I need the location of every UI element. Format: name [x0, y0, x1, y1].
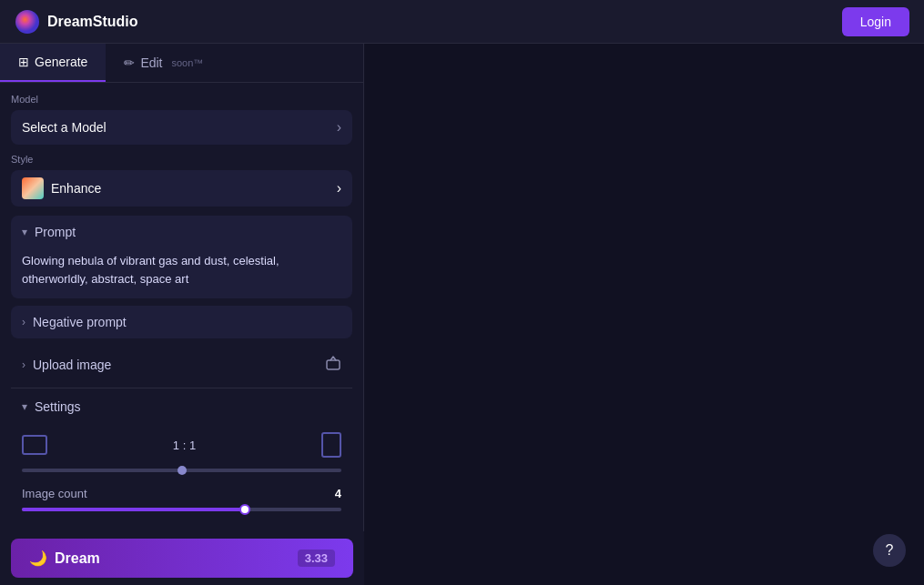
dream-label: Dream [55, 550, 100, 567]
aspect-slider[interactable] [22, 469, 341, 472]
svg-point-0 [15, 10, 39, 34]
logo-icon [15, 9, 40, 35]
settings-label: Settings [35, 399, 81, 414]
style-label: Style [11, 154, 352, 165]
image-count-header: Image count 4 [22, 487, 341, 500]
login-button[interactable]: Login [842, 7, 909, 36]
style-thumbnail [22, 177, 44, 199]
tab-bar: ⊞ Generate ✏ Edit soon™ [0, 44, 363, 83]
svg-rect-1 [327, 360, 340, 369]
tab-edit[interactable]: ✏ Edit soon™ [106, 44, 221, 82]
aspect-portrait-icon[interactable] [321, 432, 341, 458]
image-count-section: Image count 4 [11, 483, 352, 519]
aspect-landscape-icon[interactable] [22, 435, 47, 455]
upload-left: › Upload image [22, 358, 111, 372]
dream-btn-container: 🌙 Dream 3.33 [0, 531, 364, 585]
model-label: Model [11, 94, 352, 105]
right-area: ? [364, 44, 924, 585]
generate-tab-label: Generate [35, 55, 87, 69]
prompt-label: Prompt [35, 225, 76, 239]
model-chevron-icon: › [337, 119, 341, 136]
aspect-slider-thumb[interactable] [178, 466, 187, 475]
settings-collapse-icon: ▾ [22, 400, 27, 413]
generate-icon: ⊞ [18, 55, 29, 69]
negative-prompt-row[interactable]: › Negative prompt [11, 306, 352, 338]
prompt-header[interactable]: ▾ Prompt [11, 216, 352, 248]
share-icon [325, 355, 341, 375]
dream-moon-icon: 🌙 [29, 550, 47, 567]
tab-generate[interactable]: ⊞ Generate [0, 44, 106, 82]
settings-row[interactable]: ▾ Settings [11, 392, 352, 421]
divider-1 [11, 388, 352, 388]
count-slider-thumb[interactable] [239, 504, 250, 515]
upload-expand-icon: › [22, 358, 25, 371]
image-count-slider[interactable] [22, 508, 341, 511]
logo: DreamStudio [15, 9, 138, 35]
dream-button[interactable]: 🌙 Dream 3.33 [11, 539, 353, 578]
prompt-text: Glowing nebula of vibrant gas and dust, … [22, 252, 341, 287]
soon-badge: soon™ [172, 57, 204, 68]
navbar: DreamStudio Login [0, 0, 924, 44]
left-panel: ⊞ Generate ✏ Edit soon™ Model Select a M… [0, 44, 364, 585]
dream-left: 🌙 Dream [29, 550, 100, 567]
negative-expand-icon: › [22, 316, 25, 328]
edit-icon: ✏ [124, 55, 135, 70]
negative-prompt-label: Negative prompt [33, 315, 127, 329]
image-count-value: 4 [335, 487, 341, 500]
main-layout: ⊞ Generate ✏ Edit soon™ Model Select a M… [0, 44, 924, 585]
help-button[interactable]: ? [873, 534, 906, 567]
dream-credits: 3.33 [298, 550, 335, 567]
aspect-ratio-row: 1 : 1 [11, 429, 352, 461]
prompt-textarea[interactable]: Glowing nebula of vibrant gas and dust, … [11, 248, 352, 298]
image-count-label: Image count [22, 487, 87, 500]
upload-row[interactable]: › Upload image [11, 346, 352, 384]
prompt-collapse-icon: ▾ [22, 226, 27, 238]
style-selector[interactable]: Enhance › [11, 170, 352, 207]
edit-tab-label: Edit [140, 55, 162, 70]
aspect-ratio-value: 1 : 1 [173, 439, 196, 452]
style-left: Enhance [22, 177, 101, 199]
style-selected: Enhance [51, 181, 101, 196]
prompt-section: ▾ Prompt Glowing nebula of vibrant gas a… [11, 216, 352, 298]
model-selected: Select a Model [22, 120, 107, 135]
upload-label: Upload image [33, 358, 111, 372]
app-name: DreamStudio [47, 14, 138, 30]
count-slider-fill [22, 508, 246, 511]
style-chevron-icon: › [337, 180, 341, 197]
panel-content: Model Select a Model › Style Enhance › ▾… [0, 83, 363, 585]
aspect-slider-row [11, 469, 352, 472]
model-selector[interactable]: Select a Model › [11, 110, 352, 145]
